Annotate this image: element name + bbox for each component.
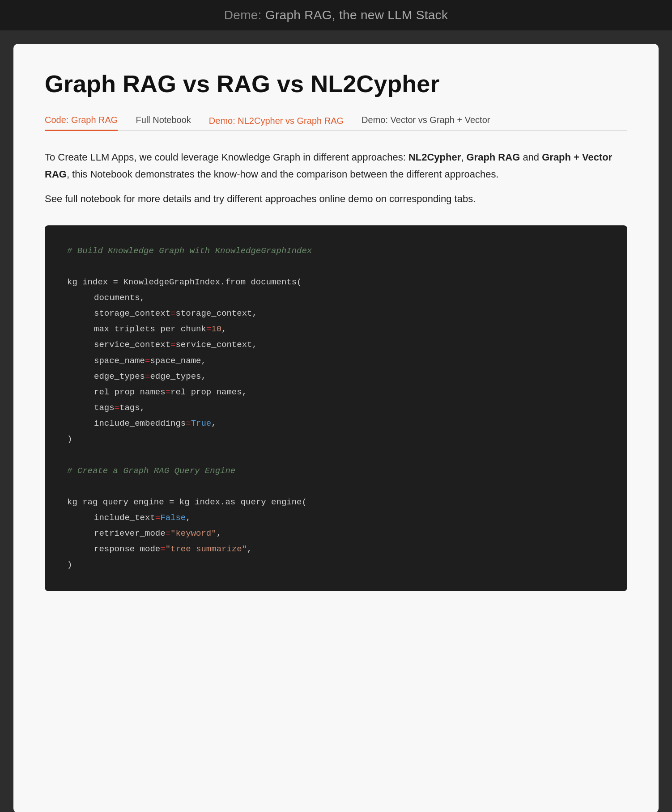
code-line-8: rel_prop_names=rel_prop_names,	[67, 385, 605, 400]
code-embeddings-val: True	[191, 419, 212, 428]
description-and: and	[520, 152, 542, 163]
top-bar: Deme: Graph RAG, the new LLM Stack	[0, 0, 672, 30]
code-line-1: kg_index = KnowledgeGraphIndex.from_docu…	[67, 275, 605, 290]
tab-code-graph-rag[interactable]: Code: Graph RAG	[45, 110, 118, 131]
code-tags-val: tags	[119, 403, 140, 413]
code-blank-1	[67, 259, 605, 275]
code-rel-key: rel_prop_names	[94, 387, 166, 397]
code-line-13: retriever_mode="keyword",	[67, 526, 605, 541]
code-space-val: space_name	[150, 356, 201, 366]
description-text-start: To Create LLM Apps, we could leverage Kn…	[45, 152, 408, 163]
code-line-4: max_triplets_per_chunk=10,	[67, 321, 605, 337]
description-paragraph2: See full notebook for more details and t…	[45, 190, 627, 207]
description-comma1: ,	[461, 152, 466, 163]
code-include-key: include_text	[94, 513, 155, 523]
code-query-engine: kg_rag_query_engine = kg_index.as_query_…	[67, 497, 307, 507]
description-bold-graphrag: Graph RAG	[466, 152, 520, 163]
description-text-end: , this Notebook demonstrates the know-ho…	[67, 169, 499, 180]
top-bar-prefix: Deme:	[224, 8, 265, 22]
code-retriever-key: retriever_mode	[94, 529, 166, 538]
code-service-val: service_context	[175, 340, 252, 350]
code-line-5: service_context=service_context,	[67, 337, 605, 353]
code-line-7: edge_types=edge_types,	[67, 369, 605, 385]
tabs-navigation: Code: Graph RAG Full Notebook Demo: NL2C…	[45, 110, 627, 131]
code-max-val: 10	[211, 324, 221, 334]
code-comment-1: # Build Knowledge Graph with KnowledgeGr…	[67, 243, 605, 259]
tab-demo-vector[interactable]: Demo: Vector vs Graph + Vector	[362, 110, 490, 131]
code-response-val: "tree_summarize"	[166, 544, 247, 554]
code-block: # Build Knowledge Graph with KnowledgeGr…	[45, 225, 627, 591]
code-line-12: include_text=False,	[67, 510, 605, 526]
code-storage-key: storage_context	[94, 309, 170, 318]
code-rel-val: rel_prop_names	[170, 387, 242, 397]
code-line-10: include_embeddings=True,	[67, 416, 605, 431]
code-blank-2	[67, 447, 605, 463]
code-service-key: service_context	[94, 340, 170, 350]
code-line-2: documents,	[67, 290, 605, 306]
code-storage-val: storage_context	[175, 309, 252, 318]
code-max-key: max_triplets_per_chunk	[94, 324, 206, 334]
tab-full-notebook[interactable]: Full Notebook	[136, 110, 191, 131]
code-kg-index: kg_index = KnowledgeGraphIndex.from_docu…	[67, 277, 302, 287]
main-container: Graph RAG vs RAG vs NL2Cypher Code: Grap…	[13, 44, 659, 812]
top-bar-title: Graph RAG, the new LLM Stack	[265, 8, 448, 22]
description-paragraph1: To Create LLM Apps, we could leverage Kn…	[45, 149, 627, 182]
code-line-11: kg_rag_query_engine = kg_index.as_query_…	[67, 495, 605, 510]
code-tags-key: tags	[94, 403, 115, 413]
code-response-key: response_mode	[94, 544, 160, 554]
page-title: Graph RAG vs RAG vs NL2Cypher	[45, 71, 627, 97]
code-close-1: )	[67, 431, 605, 447]
code-edge-val: edge_types	[150, 372, 201, 381]
code-line-6: space_name=space_name,	[67, 353, 605, 369]
code-comment-2: # Create a Graph RAG Query Engine	[67, 463, 605, 479]
code-line-9: tags=tags,	[67, 400, 605, 416]
code-line-3: storage_context=storage_context,	[67, 306, 605, 321]
code-blank-3	[67, 479, 605, 495]
code-embeddings-key: include_embeddings	[94, 419, 186, 428]
code-close-2: )	[67, 557, 605, 573]
description-bold-nl2cypher: NL2Cypher	[408, 152, 461, 163]
tab-demo-nl2cypher[interactable]: Demo: NL2Cypher vs Graph RAG	[209, 111, 344, 131]
code-line-14: response_mode="tree_summarize",	[67, 541, 605, 557]
code-retriever-val: "keyword"	[170, 529, 217, 538]
code-edge-key: edge_types	[94, 372, 145, 381]
code-space-key: space_name	[94, 356, 145, 366]
code-include-val: False	[160, 513, 186, 523]
